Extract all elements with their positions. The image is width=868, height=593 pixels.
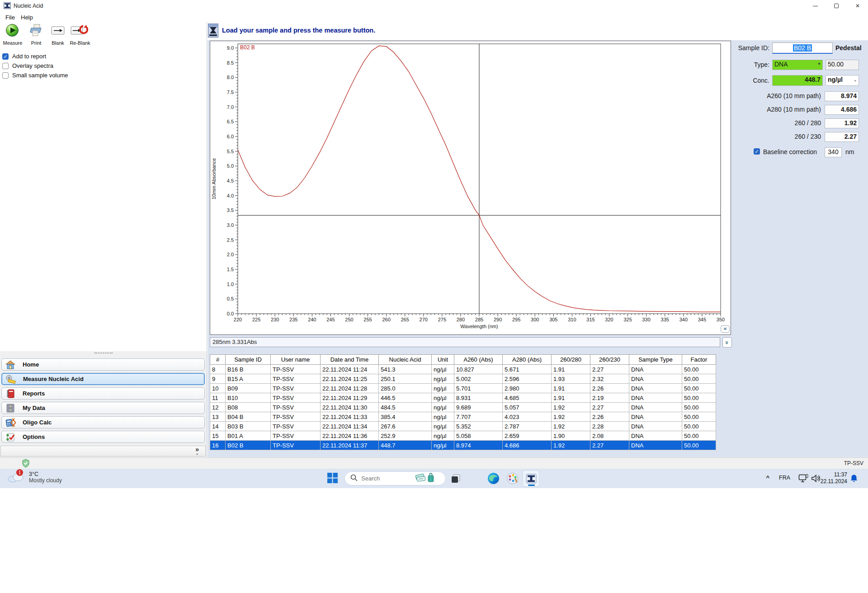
svg-text:8.5: 8.5 [227, 60, 234, 66]
results-header-cell[interactable]: # [210, 355, 226, 365]
results-header-cell[interactable]: Sample Type [629, 355, 682, 365]
sidebar-item-oligo-calc[interactable]: Oligo Calc [1, 416, 205, 428]
results-row[interactable]: 13B04 BTP-SSV22.11.2024 11:33385.4ng/µl7… [210, 412, 716, 422]
results-header-cell[interactable]: Unit [432, 355, 454, 365]
results-cell: DNA [629, 384, 682, 393]
results-header-cell[interactable]: A280 (Abs) [503, 355, 552, 365]
results-cell: 1.91 [552, 393, 590, 403]
sidebar-item-measure-nucleic-acid[interactable]: Measure Nucleic Acid [1, 373, 205, 385]
tray-chevron-icon[interactable]: ^ [766, 474, 769, 481]
sidebar-item-options[interactable]: Options [1, 431, 205, 443]
results-header-cell[interactable]: Date and Time [321, 355, 379, 365]
results-cell: 2.596 [503, 374, 552, 384]
panel-splitter[interactable] [0, 351, 207, 355]
search-input[interactable] [361, 475, 411, 482]
measure-button[interactable]: Measure [0, 24, 25, 46]
results-row[interactable]: 14B03 BTP-SSV22.11.2024 11:34267.6ng/µl5… [210, 422, 716, 431]
results-row[interactable]: 11B10TP-SSV22.11.2024 11:29446.5ng/µl8.9… [210, 393, 716, 403]
gallery-app-button[interactable] [506, 472, 519, 486]
notification-bell-icon[interactable] [850, 474, 858, 485]
results-cell: ng/µl [432, 422, 454, 431]
type-label: Type: [732, 61, 769, 68]
scroll-down-button[interactable]: » [722, 337, 732, 348]
type-select[interactable]: DNA ▼ [772, 60, 823, 70]
minimize-button[interactable] [805, 0, 826, 12]
close-button[interactable]: ✕ [847, 0, 868, 12]
baseline-wavelength-field[interactable]: 340 [825, 147, 842, 157]
overlay-spectra-checkbox[interactable]: Overlay spectra [2, 62, 53, 69]
collapse-panel-button[interactable]: « [721, 325, 730, 333]
svg-text:4.0: 4.0 [227, 193, 234, 198]
results-cell: 2.27 [590, 441, 629, 450]
small-sample-volume-checkbox[interactable]: Small sample volume [2, 72, 68, 79]
sidebar-item-home[interactable]: Home [1, 358, 205, 371]
results-row[interactable]: 15B01 ATP-SSV22.11.2024 11:36252.9ng/µl5… [210, 431, 716, 441]
sample-id-label: Sample ID: [732, 44, 769, 52]
results-row[interactable]: 8B16 BTP-SSV22.11.2024 11:24541.3ng/µl10… [210, 365, 716, 374]
weather-widget[interactable]: 1 3°C Mostly cloudy [6, 470, 62, 485]
results-header-cell[interactable]: User name [271, 355, 321, 365]
results-header-cell[interactable]: Sample ID [226, 355, 271, 365]
blank-icon [50, 24, 66, 38]
start-button[interactable] [327, 473, 338, 485]
task-view-button[interactable] [450, 473, 461, 486]
results-header-cell[interactable]: 260/280 [552, 355, 590, 365]
results-cell: TP-SSV [271, 441, 321, 450]
results-row[interactable]: 16B02 BTP-SSV22.11.2024 11:37448.7ng/µl8… [210, 441, 716, 450]
sample-id-input[interactable]: B02 B [772, 42, 833, 54]
results-cell: TP-SSV [271, 384, 321, 393]
network-icon[interactable] [798, 474, 808, 485]
language-indicator[interactable]: FRA [779, 475, 790, 481]
spectrum-chart[interactable]: 0.00.51.01.52.02.53.03.54.04.55.05.56.06… [210, 41, 731, 335]
title-bar[interactable]: Nucleic Acid ✕ [0, 0, 868, 12]
add-to-report-checkbox[interactable]: ✓ Add to report [2, 53, 46, 60]
search-box[interactable] [344, 471, 446, 485]
weather-temp: 3°C [29, 471, 62, 477]
volume-icon[interactable] [811, 474, 821, 485]
reblank-button[interactable]: Re-Blank [66, 24, 94, 46]
conc-value-field: 448.7 [772, 75, 823, 86]
results-header-cell[interactable]: 260/230 [590, 355, 629, 365]
results-cell: 50.00 [682, 374, 716, 384]
svg-text:255: 255 [363, 317, 372, 322]
results-header-cell[interactable]: Factor [682, 355, 716, 365]
results-cell: 16 [210, 441, 226, 450]
taskbar-app-button-nucleic-acid[interactable] [523, 470, 539, 487]
a280-label: A280 (10 mm path) [732, 106, 821, 113]
results-cell: TP-SSV [271, 374, 321, 384]
factor-field[interactable]: 50.00 [826, 60, 859, 70]
edge-browser-button[interactable] [487, 472, 500, 486]
results-cell: 10.827 [454, 365, 503, 374]
menu-file[interactable]: File [3, 13, 18, 22]
svg-text:1.0: 1.0 [227, 282, 234, 287]
suitcase-icon [427, 473, 434, 485]
results-cell: TP-SSV [271, 412, 321, 422]
results-cell: 2.28 [590, 422, 629, 431]
maximize-button[interactable] [826, 0, 847, 12]
svg-text:3.0: 3.0 [227, 222, 234, 228]
unit-select[interactable]: ng/µl ⌄ [826, 75, 859, 86]
results-cell: DNA [629, 422, 682, 431]
chevron-down-double-icon: » [724, 341, 731, 344]
clock[interactable]: 11:37 22.11.2024 [821, 471, 847, 485]
maximize-icon [834, 4, 839, 8]
sidebar-item-reports[interactable]: Reports [1, 387, 205, 400]
svg-text:9.0: 9.0 [227, 45, 234, 51]
ratio-260-230-value: 2.27 [825, 132, 859, 142]
results-cell: 50.00 [682, 422, 716, 431]
results-row[interactable]: 9B15 ATP-SSV22.11.2024 11:25250.1ng/µl5.… [210, 374, 716, 384]
results-header-cell[interactable]: A260 (Abs) [454, 355, 503, 365]
svg-text:350: 350 [717, 317, 725, 322]
results-row[interactable]: 10B09TP-SSV22.11.2024 11:28285.0ng/µl5.7… [210, 384, 716, 393]
sidebar-item-my-data[interactable]: My Data [1, 402, 205, 414]
nav-expand-button[interactable]: »⌄ [0, 446, 206, 457]
menu-help[interactable]: Help [18, 13, 36, 22]
spectrum-plot[interactable]: 0.00.51.01.52.02.53.03.54.04.55.05.56.06… [210, 41, 731, 334]
results-cell: 22.11.2024 11:34 [321, 422, 379, 431]
message-bar: Load your sample and press the measure b… [208, 22, 868, 40]
ratio-260-280-value: 1.92 [825, 118, 859, 128]
baseline-correction-checkbox[interactable]: ✓ [754, 148, 760, 155]
results-header-cell[interactable]: Nucleic Acid [379, 355, 432, 365]
results-row[interactable]: 12B08TP-SSV22.11.2024 11:30484.5ng/µl9.6… [210, 403, 716, 412]
results-cell: 2.26 [590, 384, 629, 393]
